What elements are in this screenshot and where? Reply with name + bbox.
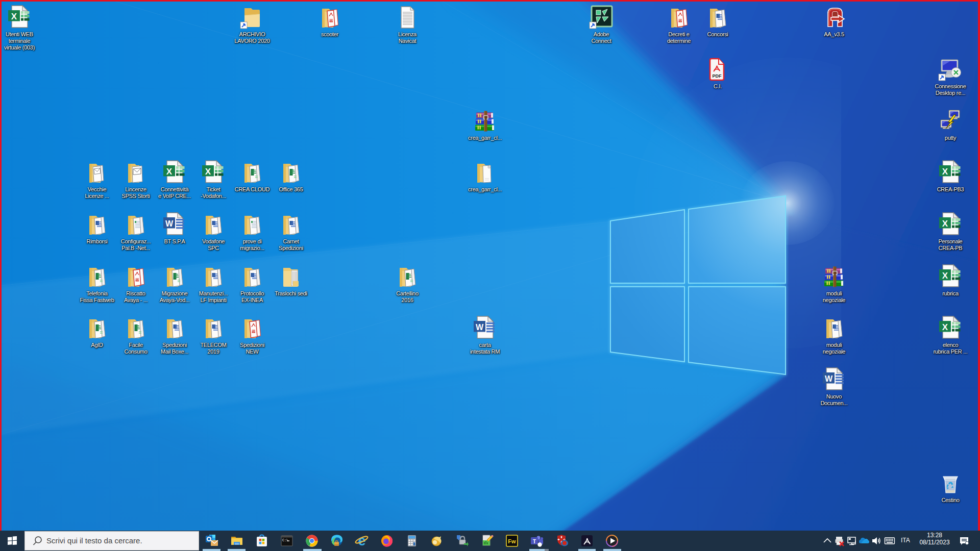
svg-text:T: T [533, 539, 536, 544]
svg-text:Fw: Fw [508, 538, 516, 544]
